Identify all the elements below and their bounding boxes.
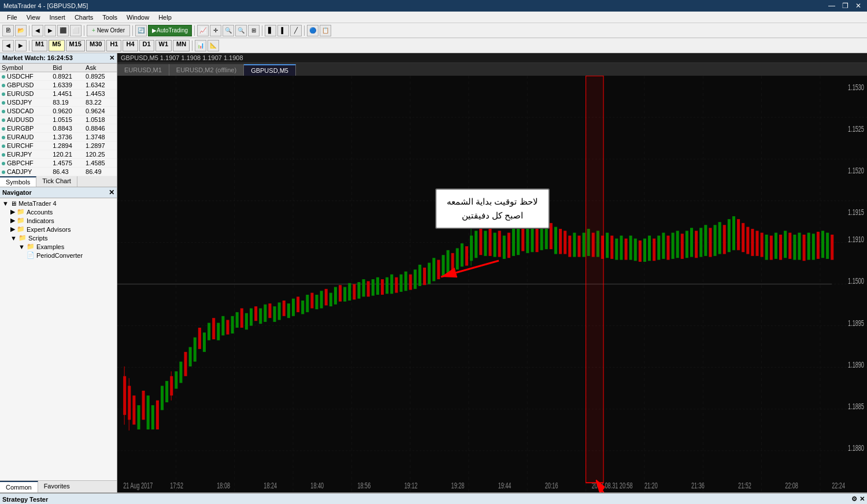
menu-file[interactable]: File [2, 13, 22, 22]
period-m15-button[interactable]: M15 [66, 40, 85, 51]
chart-tab-eurusd-m2[interactable]: EURUSD,M2 (offline) [169, 64, 244, 76]
svg-rect-62 [292, 299, 295, 316]
market-watch-close[interactable]: ✕ [109, 54, 114, 62]
bar-chart-button[interactable]: ▋ [265, 25, 276, 36]
market-watch-row[interactable]: EURGBP 0.8843 0.8846 [0, 124, 117, 133]
nav-examples-expand: ▼ [18, 243, 25, 250]
menu-help[interactable]: Help [154, 13, 176, 22]
market-watch-row[interactable]: EURUSD 1.4451 1.4453 [0, 90, 117, 98]
market-watch-row[interactable]: USDCHF 0.8921 0.8925 [0, 72, 117, 81]
menu-window[interactable]: Window [122, 13, 154, 22]
market-watch-row[interactable]: GBPCHF 1.4575 1.4585 [0, 159, 117, 168]
svg-rect-131 [610, 236, 613, 259]
svg-rect-140 [653, 239, 655, 261]
close-button[interactable]: ✕ [853, 2, 864, 10]
svg-rect-132 [615, 239, 618, 260]
svg-rect-37 [175, 371, 177, 388]
svg-rect-72 [339, 285, 342, 302]
svg-rect-141 [657, 236, 660, 260]
nav-item-period-converter[interactable]: 📄 PeriodConverter [1, 251, 116, 260]
market-watch-row[interactable]: GBPUSD 1.6339 1.6342 [0, 81, 117, 90]
open-button[interactable]: 📂 [15, 25, 27, 36]
tab-favorites[interactable]: Favorites [38, 481, 76, 492]
svg-rect-39 [184, 352, 187, 376]
nav-indicators-icon: 📁 [17, 217, 25, 224]
nav-item-accounts[interactable]: ▶ 📁 Accounts [1, 207, 116, 216]
market-watch-row[interactable]: AUDUSD 1.0515 1.0518 [0, 116, 117, 124]
svg-rect-96 [451, 253, 454, 273]
menu-insert[interactable]: Insert [45, 13, 70, 22]
tester-close-icon[interactable]: ✕ [859, 495, 865, 503]
period-h1-button[interactable]: H1 [106, 40, 121, 51]
svg-rect-57 [268, 303, 271, 318]
svg-rect-151 [704, 225, 707, 256]
period-next-button[interactable]: ▶ [15, 40, 27, 51]
template-button[interactable]: 📋 [320, 25, 331, 36]
indicator-list-button[interactable]: 📊 [195, 40, 206, 51]
line-studies-button[interactable]: 📈 [197, 25, 209, 36]
back-button[interactable]: ◀ [32, 25, 43, 36]
nav-item-root[interactable]: ▼ 🖥 MetaTrader 4 [1, 199, 116, 207]
mw-symbol: GBPUSD [0, 81, 51, 90]
menu-view[interactable]: View [22, 13, 45, 22]
zoom-out2-button[interactable]: 🔍 [235, 25, 247, 36]
svg-rect-125 [583, 233, 586, 257]
nav-item-indicators[interactable]: ▶ 📁 Indicators [1, 216, 116, 225]
objects-list-button[interactable]: 📐 [208, 40, 219, 51]
nav-item-examples[interactable]: ▼ 📁 Examples [1, 242, 116, 251]
period-prev-button[interactable]: ◀ [2, 40, 14, 51]
forward-button[interactable]: ▶ [45, 25, 56, 36]
chart-tab-gbpusd-m5[interactable]: GBPUSD,M5 [244, 64, 296, 76]
minimize-button[interactable]: — [826, 2, 838, 10]
tab-common[interactable]: Common [0, 481, 38, 492]
zoom-in2-button[interactable]: 🔍 [223, 25, 234, 36]
market-watch-row[interactable]: EURCHF 1.2894 1.2897 [0, 142, 117, 150]
mw-col-ask: Ask [84, 64, 117, 72]
period-m1-button[interactable]: M1 [32, 40, 47, 51]
line-chart-button[interactable]: ╱ [290, 25, 302, 36]
indicators-button[interactable]: 🔵 [307, 25, 318, 36]
nav-item-scripts[interactable]: ▼ 📁 Scripts [1, 234, 116, 242]
svg-rect-59 [278, 302, 281, 320]
svg-rect-88 [414, 269, 417, 289]
svg-rect-162 [755, 231, 758, 256]
menu-tools[interactable]: Tools [98, 13, 122, 22]
market-watch-row[interactable]: EURAUD 1.3736 1.3748 [0, 133, 117, 142]
period-m30-button[interactable]: M30 [86, 40, 105, 51]
new-order-button[interactable]: + New Order [87, 25, 130, 36]
svg-rect-86 [405, 272, 407, 291]
zoom-out-button[interactable]: ⬜ [70, 25, 81, 36]
market-watch-row[interactable]: EURJPY 120.21 120.25 [0, 150, 117, 159]
crosshair-button[interactable]: ✛ [210, 25, 221, 36]
chart-tab-eurusd-m1[interactable]: EURUSD,M1 [117, 64, 169, 76]
period-m5-button[interactable]: M5 [49, 40, 64, 51]
tab-symbols[interactable]: Symbols [0, 176, 36, 187]
nav-item-expert-advisors[interactable]: ▶ 📁 Expert Advisors [1, 225, 116, 234]
tab-tick-chart[interactable]: Tick Chart [36, 176, 77, 187]
period-w1-button[interactable]: W1 [155, 40, 172, 51]
svg-rect-146 [681, 234, 684, 259]
mw-ask: 0.9624 [84, 107, 117, 116]
refresh-button[interactable]: 🔄 [135, 25, 147, 36]
tester-settings-icon[interactable]: ⚙ [851, 495, 857, 503]
svg-text:21:36: 21:36 [691, 481, 705, 491]
auto-trading-button[interactable]: ▶ AutoTrading [148, 25, 192, 36]
market-watch-row[interactable]: USDJPY 83.19 83.22 [0, 98, 117, 107]
svg-rect-84 [395, 277, 398, 293]
market-watch-row[interactable]: CADJPY 86.43 86.49 [0, 168, 117, 176]
candle-button[interactable]: ▌ [277, 25, 289, 36]
period-h4-button[interactable]: H4 [123, 40, 138, 51]
navigator-close[interactable]: ✕ [109, 188, 114, 197]
svg-rect-124 [577, 236, 580, 257]
chart-props-button[interactable]: ⊞ [248, 25, 260, 36]
zoom-in-button[interactable]: ⬛ [57, 25, 69, 36]
menu-charts[interactable]: Charts [70, 13, 98, 22]
period-mn-button[interactable]: MN [173, 40, 190, 51]
new-chart-button[interactable]: 🖹 [2, 25, 14, 36]
left-panel: Market Watch: 16:24:53 ✕ Symbol Bid Ask … [0, 53, 117, 492]
toolbar1: 🖹 📂 ◀ ▶ ⬛ ⬜ + New Order 🔄 ▶ AutoTrading … [0, 23, 867, 38]
period-d1-button[interactable]: D1 [139, 40, 154, 51]
maximize-button[interactable]: ❐ [840, 2, 851, 10]
annotation-box: لاحظ توقيت بداية الشمعه اصبح كل دفيقتين [435, 188, 550, 229]
market-watch-row[interactable]: USDCAD 0.9620 0.9624 [0, 107, 117, 116]
